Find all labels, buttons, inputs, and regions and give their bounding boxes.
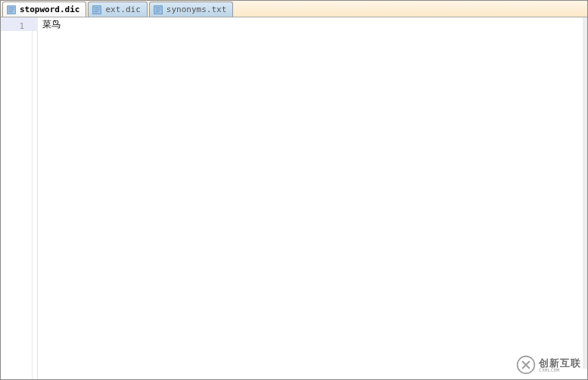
file-icon [153,5,163,15]
watermark-en: CXHLCOM [539,368,581,372]
code-content[interactable]: 菜鸟 [38,17,587,379]
tab-stopword[interactable]: stopword.dic [2,2,86,17]
editor-area: 1 菜鸟 [1,17,587,379]
watermark-cn: 创新互联 [539,358,581,368]
watermark-logo-icon [516,355,536,375]
watermark-text: 创新互联 CXHLCOM [539,358,581,372]
tab-ext[interactable]: ext.dic [88,2,147,17]
tab-bar: stopword.dic ext.dic synonyms.txt [1,1,587,17]
line-number: 1 [1,20,24,33]
breakpoint-column[interactable] [33,17,38,379]
code-line: 菜鸟 [38,17,587,31]
file-icon [6,5,17,15]
line-gutter: 1 [1,17,33,379]
watermark: 创新互联 CXHLCOM [516,355,581,375]
tab-label: ext.dic [105,5,140,14]
file-icon [92,5,102,15]
tab-label: synonyms.txt [166,5,226,14]
vertical-scrollbar[interactable] [583,17,587,369]
tab-synonyms[interactable]: synonyms.txt [149,2,233,17]
tab-label: stopword.dic [20,5,79,14]
